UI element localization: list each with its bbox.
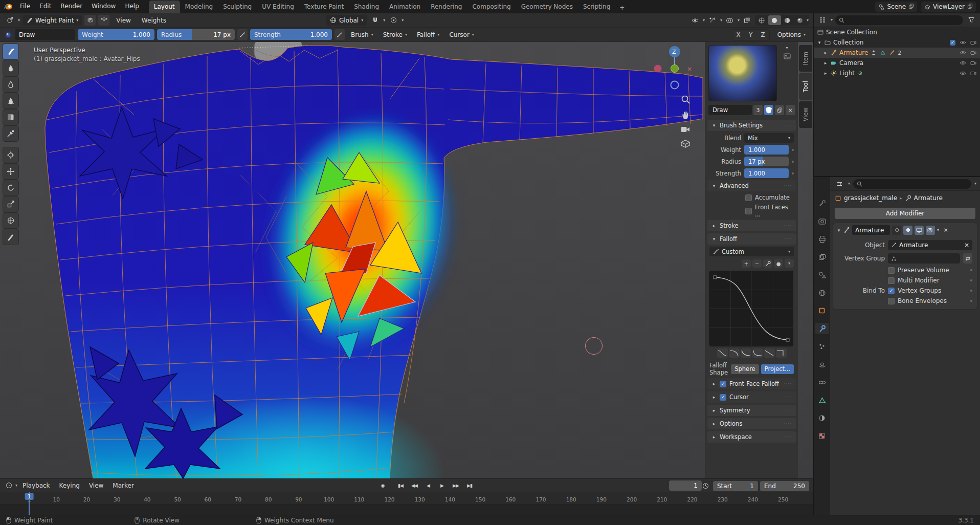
navigation-gizmo[interactable]: × Z xyxy=(653,44,698,91)
preserve-volume-checkbox[interactable] xyxy=(888,267,895,274)
menu-marker[interactable]: Marker xyxy=(108,482,138,489)
copy-icon[interactable] xyxy=(967,4,973,9)
clear-object-icon[interactable]: × xyxy=(964,242,969,249)
blender-logo-icon[interactable] xyxy=(0,3,15,10)
mirror-x-toggle[interactable]: X xyxy=(732,30,745,40)
brush-thumbnail-icon[interactable] xyxy=(4,31,12,39)
jump-to-start-button[interactable]: ▮◀ xyxy=(394,480,407,491)
properties-search-input[interactable] xyxy=(853,179,971,189)
curve-point[interactable] xyxy=(714,276,717,279)
stroke-dropdown[interactable]: Stroke▾ xyxy=(380,29,411,40)
workspace-tab-uv-editing[interactable]: UV Editing xyxy=(257,1,299,13)
preset-constant-button[interactable] xyxy=(776,348,787,358)
tab-object-properties[interactable] xyxy=(815,305,829,316)
transform-orientation-selector[interactable]: Global ▾ xyxy=(326,15,367,26)
tab-view[interactable]: View xyxy=(799,101,812,128)
vertex-mask-toggle[interactable] xyxy=(98,15,109,26)
workspace-tab-texture-paint[interactable]: Texture Paint xyxy=(299,1,349,13)
chevron-down-icon[interactable]: ▾ xyxy=(836,228,841,233)
menu-playback[interactable]: Playback xyxy=(18,482,54,489)
object-visibility-dropdown[interactable] xyxy=(689,15,701,26)
tool-smear[interactable] xyxy=(3,93,18,108)
animate-property-dot[interactable] xyxy=(970,269,972,271)
add-modifier-button[interactable]: Add Modifier xyxy=(835,208,975,219)
copy-icon[interactable] xyxy=(908,4,914,9)
modifier-name-field[interactable]: Armature xyxy=(852,225,890,235)
section-front-face-falloff[interactable]: ▸ ✓ Front-Face Falloff xyxy=(707,378,796,389)
gizmo-x-axis[interactable] xyxy=(654,65,662,73)
tool-move[interactable] xyxy=(3,164,18,179)
workspace-tab-geometry-nodes[interactable]: Geometry Nodes xyxy=(516,1,578,13)
menu-timeline-view[interactable]: View xyxy=(85,482,107,489)
outliner-row-scene-collection[interactable]: Scene Collection xyxy=(814,27,980,37)
section-workspace[interactable]: ▸ Workspace xyxy=(707,431,796,443)
tab-constraints-properties[interactable] xyxy=(815,377,829,388)
menu-view[interactable]: View xyxy=(112,17,135,24)
curve-point[interactable] xyxy=(786,338,789,341)
gizmo-x-neg-icon[interactable]: × xyxy=(687,65,692,73)
collection-checkbox[interactable]: ✓ xyxy=(950,40,955,46)
falloff-preset-select[interactable]: Custom ▾ xyxy=(709,247,794,256)
current-frame-field[interactable]: 1 xyxy=(669,480,702,491)
3d-viewport[interactable]: User Perspective (1) grassjacket_male : … xyxy=(0,42,813,478)
tool-sample-weight[interactable] xyxy=(3,126,18,141)
view-layer-selector[interactable]: ViewLayer xyxy=(921,2,976,12)
invert-vertex-group-button[interactable]: ⇄ xyxy=(963,253,972,264)
options-dropdown[interactable]: Options▾ xyxy=(774,29,809,40)
tool-annotate[interactable] xyxy=(3,229,18,245)
section-falloff[interactable]: ▾ Falloff xyxy=(707,233,796,245)
render-visibility-icon[interactable] xyxy=(970,70,977,77)
section-advanced[interactable]: ▾ Advanced xyxy=(707,180,796,191)
multi-modifier-checkbox[interactable] xyxy=(888,277,895,284)
strength-slider[interactable]: Strength 1.000 xyxy=(250,29,332,40)
panel-radius-slider[interactable]: 17 px xyxy=(744,157,789,166)
hide-eye-icon[interactable] xyxy=(959,70,966,77)
image-icon[interactable] xyxy=(784,53,791,59)
front-face-falloff-checkbox[interactable]: ✓ xyxy=(720,381,726,387)
brush-user-count[interactable]: 3 xyxy=(753,105,763,115)
shading-material-button[interactable] xyxy=(781,15,794,25)
unlink-brush-button[interactable]: × xyxy=(786,105,795,115)
outliner-row-light[interactable]: ▸ Light xyxy=(814,68,980,78)
playhead-frame-badge[interactable]: 1 xyxy=(25,493,34,500)
chevron-down-icon[interactable]: ▾ xyxy=(974,182,976,186)
workspace-tab-layout[interactable]: Layout xyxy=(149,1,180,13)
modifier-extras-menu[interactable]: ▾ xyxy=(937,228,939,232)
panel-weight-slider[interactable]: 1.000 xyxy=(744,145,789,155)
blend-select[interactable]: Mix▾ xyxy=(744,133,794,143)
properties-editor-selector[interactable] xyxy=(834,179,845,189)
curve-extend-button[interactable]: ▾ xyxy=(785,259,794,268)
panel-strength-slider[interactable]: 1.000 xyxy=(744,168,789,178)
workspace-tab-sculpting[interactable]: Sculpting xyxy=(218,1,257,13)
workspace-tab-scripting[interactable]: Scripting xyxy=(578,1,615,13)
brush-name-field[interactable]: Draw xyxy=(708,105,752,115)
front-faces-checkbox[interactable] xyxy=(745,208,752,214)
workspace-tab-modeling[interactable]: Modeling xyxy=(180,1,218,13)
camera-view-icon[interactable] xyxy=(680,125,691,134)
bind-bone-envelopes-checkbox[interactable] xyxy=(888,298,895,304)
render-visibility-icon[interactable] xyxy=(970,59,977,67)
preset-linear-button[interactable] xyxy=(764,348,775,358)
chevron-down-icon[interactable]: ▾ xyxy=(817,40,822,45)
paint-mask-toggle[interactable] xyxy=(84,15,96,26)
tab-material-properties[interactable] xyxy=(815,412,829,424)
orthographic-grid-icon[interactable] xyxy=(680,139,691,149)
outliner-editor-selector[interactable] xyxy=(817,15,828,26)
breadcrumb-object[interactable]: grassjacket_male xyxy=(844,194,897,202)
menu-weights[interactable]: Weights xyxy=(138,17,170,24)
pan-hand-icon[interactable] xyxy=(680,110,691,120)
falloff-dropdown[interactable]: Falloff▾ xyxy=(413,29,443,40)
auto-keying-toggle[interactable]: ◉ xyxy=(376,480,389,491)
falloff-shape-projected-button[interactable]: Project... xyxy=(761,364,794,374)
menu-keying[interactable]: Keying xyxy=(55,482,84,489)
animate-property-dot[interactable] xyxy=(792,172,794,174)
workspace-tab-rendering[interactable]: Rendering xyxy=(426,1,467,13)
workspace-tab-compositing[interactable]: Compositing xyxy=(467,1,516,13)
tab-item[interactable]: Item xyxy=(799,45,812,72)
weight-slider[interactable]: Weight 1.000 xyxy=(78,29,154,40)
chevron-right-icon[interactable]: ▸ xyxy=(823,50,828,55)
section-symmetry[interactable]: ▸ Symmetry xyxy=(707,405,796,416)
strength-pressure-toggle[interactable] xyxy=(335,29,345,40)
section-brush-settings[interactable]: ▾ Brush Settings xyxy=(707,120,796,131)
modifier-realtime-toggle[interactable] xyxy=(915,226,924,235)
